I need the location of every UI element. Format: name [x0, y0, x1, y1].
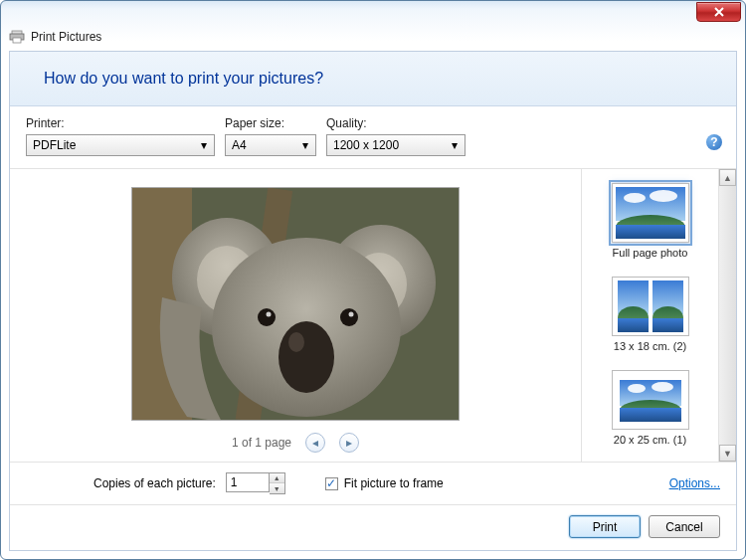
scroll-down-button[interactable]: ▼	[719, 445, 736, 462]
dialog-header: Print Pictures	[1, 27, 745, 51]
quality-combobox[interactable]: 1200 x 1200 ▾	[326, 134, 466, 156]
scroll-up-button[interactable]: ▲	[719, 169, 736, 186]
help-icon: ?	[710, 135, 717, 149]
layout-full-page[interactable]: Full page photo	[586, 177, 714, 267]
triangle-left-icon: ◂	[312, 436, 318, 450]
svg-point-16	[349, 312, 354, 317]
preview-photo	[131, 187, 460, 421]
quality-value: 1200 x 1200	[333, 138, 399, 152]
scroll-track[interactable]	[719, 186, 736, 445]
fit-to-frame-checkbox-group: ✓ Fit picture to frame	[325, 476, 444, 490]
triangle-right-icon: ▸	[346, 436, 352, 450]
layout-list[interactable]: Full page photo 13 x 18 cm. (2)	[582, 169, 719, 462]
next-page-button[interactable]: ▸	[339, 433, 359, 453]
svg-point-15	[267, 312, 272, 317]
copies-input[interactable]	[226, 472, 270, 492]
copies-spinner: ▲ ▼	[226, 472, 285, 494]
cancel-button[interactable]: Cancel	[649, 515, 720, 538]
titlebar	[1, 1, 745, 27]
printer-combobox[interactable]: PDFLite ▾	[26, 134, 215, 156]
layout-thumb	[612, 277, 689, 336]
pager: 1 of 1 page ◂ ▸	[232, 433, 359, 453]
chevron-down-icon: ▾	[298, 138, 311, 152]
print-button[interactable]: Print	[569, 515, 641, 538]
layout-label: 13 x 18 cm. (2)	[614, 340, 686, 352]
paper-size-combobox[interactable]: A4 ▾	[225, 134, 316, 156]
svg-point-14	[340, 308, 358, 326]
layout-label: Full page photo	[613, 247, 688, 259]
fit-to-frame-label: Fit picture to frame	[344, 476, 444, 490]
prev-page-button[interactable]: ◂	[305, 433, 325, 453]
copies-label: Copies of each picture:	[93, 476, 216, 490]
page-indicator: 1 of 1 page	[232, 436, 291, 450]
layout-13x18[interactable]: 13 x 18 cm. (2)	[586, 271, 714, 360]
body-row: 1 of 1 page ◂ ▸	[10, 169, 736, 463]
printer-label: Printer:	[26, 116, 215, 130]
close-button[interactable]	[696, 2, 741, 22]
koala-image	[132, 188, 460, 421]
layout-20x25[interactable]: 20 x 25 cm. (1)	[586, 364, 714, 454]
printer-icon	[9, 29, 25, 45]
question-heading: How do you want to print your pictures?	[10, 52, 736, 106]
copies-decrement-button[interactable]: ▼	[270, 483, 284, 493]
paper-size-label: Paper size:	[225, 116, 316, 130]
print-pictures-dialog: Print Pictures How do you want to print …	[0, 0, 746, 560]
copies-increment-button[interactable]: ▲	[270, 473, 284, 483]
quality-group: Quality: 1200 x 1200 ▾	[326, 116, 466, 156]
layout-thumb	[612, 370, 689, 430]
main-panel: How do you want to print your pictures? …	[9, 51, 737, 551]
button-row: Print Cancel	[10, 505, 736, 550]
svg-rect-2	[13, 38, 21, 43]
options-link[interactable]: Options...	[669, 476, 720, 490]
printer-value: PDFLite	[33, 138, 76, 152]
dialog-title: Print Pictures	[31, 30, 101, 44]
printer-group: Printer: PDFLite ▾	[26, 116, 215, 156]
preview-area: 1 of 1 page ◂ ▸	[10, 169, 582, 462]
chevron-down-icon: ▾	[197, 138, 210, 152]
svg-point-12	[288, 332, 304, 352]
paper-size-group: Paper size: A4 ▾	[225, 116, 316, 156]
help-button[interactable]: ?	[706, 134, 722, 150]
layout-label: 20 x 25 cm. (1)	[614, 434, 686, 446]
svg-point-11	[279, 321, 334, 393]
print-controls-row: Printer: PDFLite ▾ Paper size: A4 ▾ Qual…	[10, 106, 736, 169]
layout-scrollbar[interactable]: ▲ ▼	[719, 169, 736, 462]
options-row: Copies of each picture: ▲ ▼ ✓ Fit pictur…	[10, 463, 736, 505]
quality-label: Quality:	[326, 116, 466, 130]
fit-to-frame-checkbox[interactable]: ✓	[325, 477, 338, 490]
layout-thumb	[612, 183, 689, 243]
chevron-down-icon: ▾	[448, 138, 461, 152]
svg-point-13	[258, 308, 276, 326]
paper-size-value: A4	[232, 138, 247, 152]
close-icon	[713, 7, 725, 17]
check-icon: ✓	[326, 476, 336, 490]
